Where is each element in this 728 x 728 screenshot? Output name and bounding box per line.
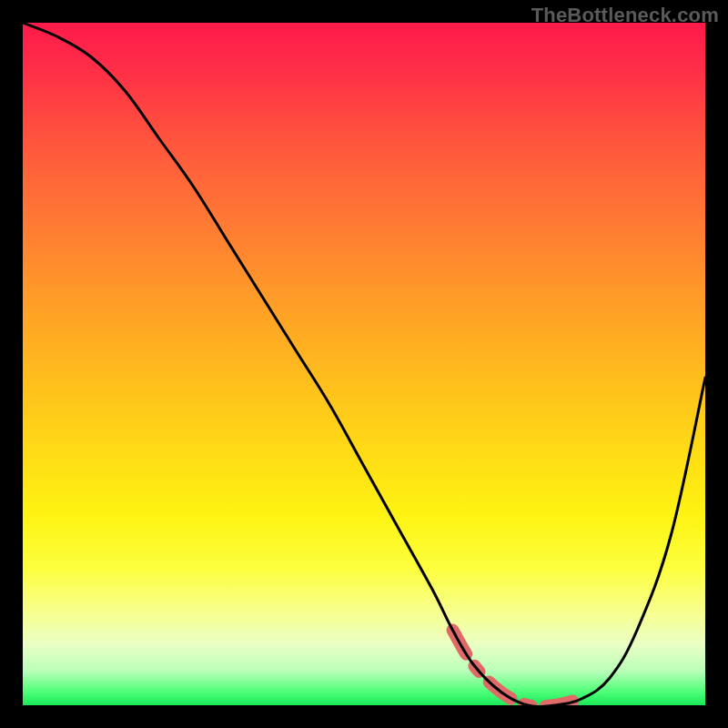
chart-frame: TheBottleneck.com [0, 0, 728, 728]
bottleneck-curve [23, 23, 705, 705]
plot-area [23, 23, 705, 705]
trough-highlight [453, 631, 583, 706]
watermark-text: TheBottleneck.com [531, 4, 719, 27]
chart-svg [23, 23, 705, 705]
